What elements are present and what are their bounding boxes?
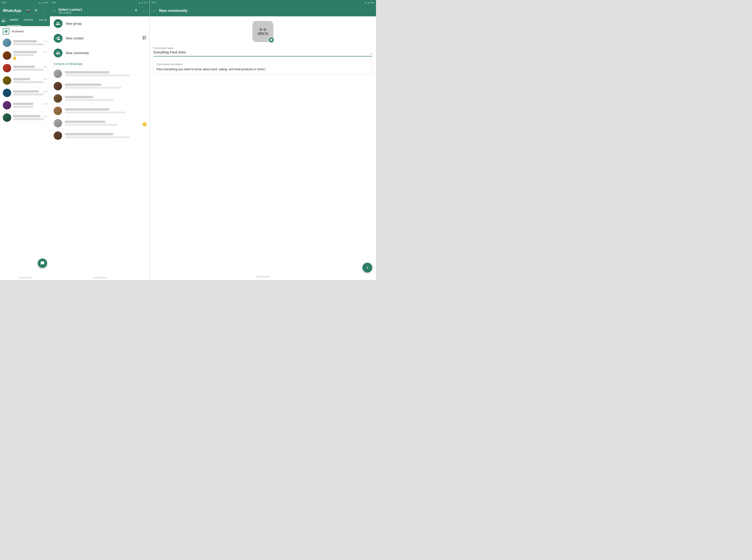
contact-status xyxy=(65,75,130,76)
battery-1: 46% xyxy=(44,2,48,4)
new-community-item[interactable]: New community xyxy=(50,46,149,60)
signal-icon: ▲ xyxy=(42,2,43,4)
chat-preview xyxy=(13,69,44,71)
chat-name xyxy=(13,103,34,105)
chat-item[interactable]: 5:33 xyxy=(0,62,50,75)
contact-name xyxy=(65,71,109,74)
contact-avatar xyxy=(54,82,62,90)
contacts-tab-icon[interactable] xyxy=(1,19,6,23)
contact-item[interactable] xyxy=(50,80,149,93)
contact-item[interactable] xyxy=(50,93,149,105)
app-title: WhatsApp xyxy=(3,8,21,13)
status-bar-2: 6:47 ▲ ▲ 37% xyxy=(50,0,149,5)
archived-row[interactable]: Archived xyxy=(0,26,50,37)
wifi-icon: ▲ xyxy=(39,2,41,4)
contact-info xyxy=(65,108,146,114)
chat-item[interactable]: 3:10 xyxy=(0,87,50,99)
panel-new-community: 5:37 ▲ ▲ 46% ← New community Community n xyxy=(150,0,376,280)
compose-fab[interactable] xyxy=(38,259,47,268)
contact-name xyxy=(65,133,114,135)
status-icons-1: ▲ ▲ 46% xyxy=(39,2,48,4)
chat-item[interactable]: 6:45 1 xyxy=(0,49,50,62)
chat-info: 4:20 xyxy=(13,78,47,83)
avatar xyxy=(3,89,11,97)
tab-calls[interactable]: CALLS xyxy=(36,16,50,26)
tabs-bar: CHATS STATUS CALLS xyxy=(0,16,50,26)
chat-name xyxy=(13,65,35,68)
chat-name xyxy=(13,51,37,53)
select-contact-subtitle: 334 contacts xyxy=(58,12,132,14)
community-description-container[interactable]: Community description Find everything yo… xyxy=(154,60,372,74)
community-avatar-icon xyxy=(257,26,269,37)
new-group-item[interactable]: New group xyxy=(50,16,149,31)
community-avatar-container xyxy=(154,21,372,42)
new-contact-icon xyxy=(54,34,62,43)
new-community-title: New community xyxy=(159,8,188,13)
contact-item[interactable]: 2 xyxy=(50,117,149,129)
badge: 1 xyxy=(13,57,16,60)
camera-badge-button[interactable] xyxy=(268,37,274,43)
contact-avatar xyxy=(54,107,62,115)
chat-info: 5:33 xyxy=(13,65,47,71)
community-name-input-wrapper[interactable]: Everything Food Soho 5 xyxy=(154,51,372,57)
panel-select-contact: 6:47 ▲ ▲ 37% ← Select contact 334 contac… xyxy=(50,0,150,280)
select-contact-title: Select contact xyxy=(58,7,132,12)
search-button-2[interactable]: 🔍 xyxy=(134,8,139,14)
qr-code-button[interactable] xyxy=(142,36,147,41)
chat-info: 1:30 xyxy=(13,115,47,120)
contact-avatar xyxy=(54,94,62,103)
chat-time: 7:12 xyxy=(43,40,47,42)
chat-info: 6:45 1 xyxy=(13,51,47,60)
chat-preview xyxy=(13,81,44,83)
time-2: 6:47 xyxy=(52,1,56,4)
chat-item[interactable]: 1:30 xyxy=(0,112,50,124)
avatar xyxy=(3,101,11,109)
new-contact-label: New contact xyxy=(66,36,84,40)
text-cursor xyxy=(265,68,265,71)
contact-item[interactable] xyxy=(50,68,149,80)
chat-info: 7:12 xyxy=(13,40,47,45)
new-community-body: Community name Everything Food Soho 5 Co… xyxy=(150,16,376,275)
tab-status[interactable]: STATUS xyxy=(21,16,36,26)
chat-time: 6:45 xyxy=(43,51,47,53)
new-community-label: New community xyxy=(66,51,89,55)
community-name-counter: 5 xyxy=(371,52,372,55)
contact-status xyxy=(65,136,130,138)
back-button-2[interactable]: ← xyxy=(53,8,57,13)
nav-indicator-1 xyxy=(18,277,32,278)
more-menu-button-2[interactable]: ⋮ xyxy=(141,8,147,14)
contact-item[interactable] xyxy=(50,105,149,117)
community-description-value[interactable]: Find everything you need to know about f… xyxy=(157,67,369,72)
contact-name xyxy=(65,83,101,86)
chat-name-row: 6:45 xyxy=(13,51,47,53)
signal-icon-3: ▲ xyxy=(368,2,369,4)
back-button-3[interactable]: ← xyxy=(153,8,156,13)
new-contact-item[interactable]: New contact xyxy=(50,31,149,46)
community-name-value[interactable]: Everything Food Soho xyxy=(154,51,369,55)
chat-time: 5:33 xyxy=(43,66,47,68)
chat-item[interactable]: 4:20 xyxy=(0,75,50,87)
more-menu-button-1[interactable]: ⋮ xyxy=(42,8,47,14)
camera-button[interactable]: 📷 xyxy=(26,8,31,14)
avatar xyxy=(3,114,11,122)
battery-2: 37% xyxy=(144,2,148,4)
new-community-icon xyxy=(54,48,62,57)
app-bar-1: WhatsApp 📷 🔍 ⋮ xyxy=(0,5,50,16)
chat-item[interactable]: 7:12 xyxy=(0,37,50,49)
contact-item[interactable] xyxy=(50,129,149,142)
time-1: 5:34 xyxy=(2,1,6,4)
contact-info xyxy=(65,83,146,89)
avatar xyxy=(3,64,11,72)
search-button-1[interactable]: 🔍 xyxy=(34,8,39,14)
wifi-icon-2: ▲ xyxy=(138,2,140,4)
chat-name xyxy=(13,90,39,93)
tab-chats[interactable]: CHATS xyxy=(7,16,21,26)
contact-name xyxy=(65,96,93,98)
contact-avatar xyxy=(54,132,62,140)
avatar xyxy=(3,76,11,85)
next-fab[interactable] xyxy=(363,263,372,273)
app-bar-icons: 📷 🔍 ⋮ xyxy=(26,8,47,14)
chat-name-row: 3:10 xyxy=(13,90,47,93)
new-community-bar: ← New community xyxy=(150,5,376,16)
chat-item[interactable]: 2:55 xyxy=(0,99,50,112)
